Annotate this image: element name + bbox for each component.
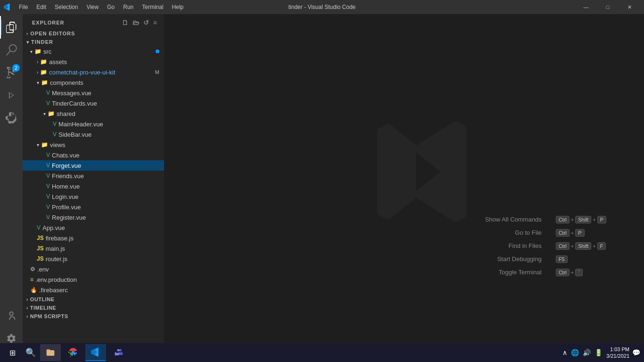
activity-search[interactable]: [0, 39, 23, 61]
folder-shared[interactable]: 📁 shared: [23, 108, 164, 119]
views-label: views: [50, 141, 66, 148]
new-folder-icon[interactable]: 🗁: [132, 18, 140, 27]
env-production-label: .env.production: [35, 276, 77, 283]
open-editors-section[interactable]: OPEN EDITORS: [23, 29, 164, 38]
shortcut-keys-0: Ctrl + Shift + P: [556, 216, 606, 223]
register-vue-icon: V: [46, 214, 50, 221]
key-ctrl-2: Ctrl: [556, 242, 570, 250]
file-tindercards-vue[interactable]: V TinderCards.vue: [23, 98, 164, 108]
taskbar-search[interactable]: 🔍: [23, 344, 38, 361]
activity-accounts[interactable]: [0, 304, 23, 327]
timeline-section[interactable]: TIMELINE: [23, 304, 164, 312]
views-folder-icon: 📁: [41, 141, 48, 148]
minimize-button[interactable]: —: [575, 0, 597, 14]
taskbar-teams[interactable]: [108, 344, 129, 361]
outline-chevron: [26, 297, 28, 302]
clock[interactable]: 1:03 PM 3/21/2021: [606, 346, 629, 360]
chats-vue-label: Chats.vue: [52, 152, 80, 159]
close-button[interactable]: ✕: [619, 0, 640, 14]
router-js-icon: JS: [37, 255, 44, 262]
shortcut-label-3: Start Debugging: [485, 255, 542, 263]
shortcut-keys-4: Ctrl + `: [556, 269, 606, 276]
menu-run[interactable]: Run: [119, 3, 137, 11]
menu-terminal[interactable]: Terminal: [138, 3, 167, 11]
file-firebaserc[interactable]: 🔥 .firebaserc: [23, 285, 164, 295]
login-vue-icon: V: [46, 193, 50, 200]
npm-scripts-label: NPM SCRIPTS: [30, 313, 68, 319]
file-home-vue[interactable]: V Home.vue: [23, 181, 164, 191]
activity-source-control[interactable]: 2: [0, 61, 23, 84]
home-vue-icon: V: [46, 183, 50, 189]
refresh-icon[interactable]: ↺: [142, 18, 150, 27]
cometchat-folder-icon: 📁: [40, 69, 47, 75]
outline-label: OUTLINE: [30, 296, 55, 302]
activity-extensions[interactable]: [0, 107, 23, 129]
titlebar-title: tinder - Visual Studio Code: [289, 4, 356, 10]
menu-file[interactable]: File: [15, 3, 32, 11]
menu-view[interactable]: View: [83, 3, 102, 11]
folder-assets[interactable]: 📁 assets: [23, 57, 164, 67]
tinder-section[interactable]: TINDER: [23, 38, 164, 46]
tray-network[interactable]: 🌐: [570, 348, 580, 357]
activity-explorer[interactable]: [0, 16, 23, 39]
titlebar-controls: — □ ✕: [575, 0, 640, 14]
folder-views[interactable]: 📁 views: [23, 140, 164, 150]
new-file-icon[interactable]: 🗋: [121, 18, 130, 27]
taskbar-vscode[interactable]: [85, 344, 106, 361]
messages-vue-label: Messages.vue: [52, 90, 91, 97]
shortcut-label-0: Show All Commands: [485, 216, 542, 223]
tinder-label: TINDER: [31, 39, 53, 45]
file-tree: OPEN EDITORS TINDER 📁 src 📁 assets: [23, 29, 164, 352]
file-login-vue[interactable]: V Login.vue: [23, 191, 164, 202]
chats-vue-icon: V: [46, 152, 50, 158]
tray-expand[interactable]: ∧: [561, 348, 568, 357]
file-sidebar-vue[interactable]: V SideBar.vue: [23, 129, 164, 140]
file-router-js[interactable]: JS router.js: [23, 254, 164, 264]
sidebar: EXPLORER 🗋 🗁 ↺ ≡ OPEN EDITORS TINDER: [23, 14, 164, 352]
menu-edit[interactable]: Edit: [33, 3, 50, 11]
forget-vue-label: Forget.vue: [52, 162, 81, 169]
taskbar-file-explorer[interactable]: [40, 344, 61, 361]
file-firebase-js[interactable]: JS firebase.js: [23, 233, 164, 243]
file-env[interactable]: ⚙ .env: [23, 264, 164, 274]
src-chevron: [30, 49, 33, 54]
tray-sound[interactable]: 🔊: [582, 348, 592, 357]
menu-go[interactable]: Go: [103, 3, 118, 11]
file-messages-vue[interactable]: V Messages.vue: [23, 88, 164, 98]
folder-components[interactable]: 📁 components: [23, 77, 164, 88]
activity-run[interactable]: [0, 84, 23, 107]
menu-help[interactable]: Help: [168, 3, 188, 11]
key-ctrl-1: Ctrl: [556, 229, 570, 237]
tray-battery[interactable]: 🔋: [594, 348, 603, 357]
file-friends-vue[interactable]: V Friends.vue: [23, 171, 164, 181]
collapse-all-icon[interactable]: ≡: [152, 18, 158, 27]
friends-vue-label: Friends.vue: [52, 173, 84, 180]
file-profile-vue[interactable]: V Profile.vue: [23, 202, 164, 212]
file-forget-vue[interactable]: V Forget.vue: [23, 160, 164, 171]
forget-vue-icon: V: [46, 162, 50, 169]
file-chats-vue[interactable]: V Chats.vue: [23, 150, 164, 160]
views-chevron: [37, 142, 39, 148]
menu-selection[interactable]: Selection: [51, 3, 82, 11]
windows-start-button[interactable]: ⊞: [4, 345, 21, 361]
npm-scripts-section[interactable]: NPM SCRIPTS: [23, 312, 164, 321]
open-editors-label: OPEN EDITORS: [30, 31, 75, 36]
folder-src[interactable]: 📁 src: [23, 46, 164, 57]
file-register-vue[interactable]: V Register.vue: [23, 212, 164, 222]
outline-section[interactable]: OUTLINE: [23, 295, 164, 304]
sidebar-header: EXPLORER 🗋 🗁 ↺ ≡: [23, 14, 164, 29]
source-control-badge: 2: [12, 64, 20, 72]
notification-center[interactable]: 💬: [632, 349, 640, 356]
maximize-button[interactable]: □: [597, 0, 619, 14]
folder-cometchat[interactable]: 📁 cometchat-pro-vue-ui-kit M: [23, 67, 164, 77]
cometchat-label: cometchat-pro-vue-ui-kit: [49, 69, 115, 76]
shortcut-label-1: Go to File: [485, 229, 542, 237]
profile-vue-label: Profile.vue: [52, 204, 81, 211]
taskbar-chrome[interactable]: [63, 344, 83, 361]
file-app-vue[interactable]: V App.vue: [23, 222, 164, 233]
chrome-icon: [68, 348, 78, 357]
file-main-js[interactable]: JS main.js: [23, 243, 164, 254]
file-mainheader-vue[interactable]: V MainHeader.vue: [23, 119, 164, 129]
file-env-production[interactable]: ≡ .env.production: [23, 274, 164, 285]
tinder-chevron: [26, 40, 29, 45]
